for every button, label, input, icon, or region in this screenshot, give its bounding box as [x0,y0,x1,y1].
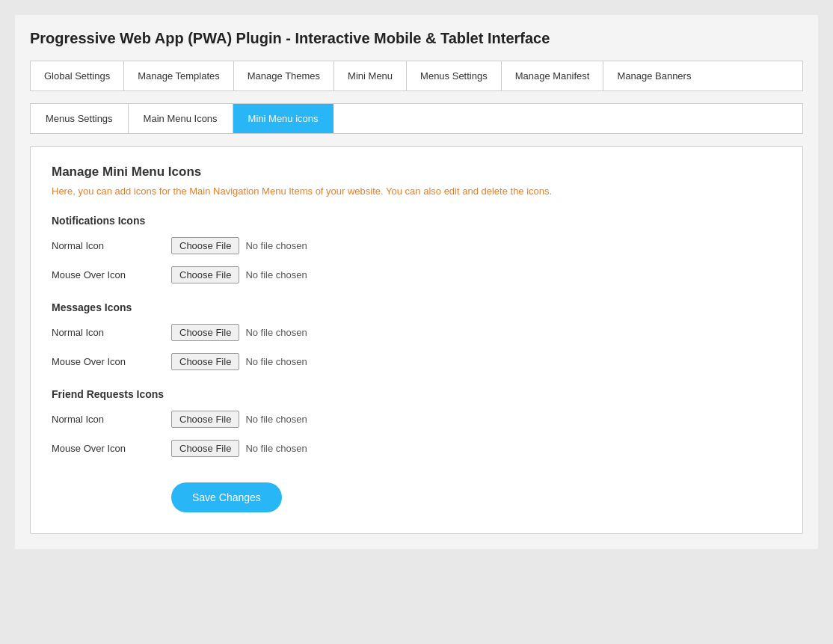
tab-global-settings[interactable]: Global Settings [31,61,124,91]
friend-mouseover-file: Choose File No file chosen [171,440,307,457]
notifications-normal-label: Normal Icon [52,240,171,251]
save-button-area: Save Changes [52,475,781,512]
notifications-mouseover-file: Choose File No file chosen [171,266,307,283]
messages-normal-choose-btn[interactable]: Choose File [171,324,239,341]
tab-mini-menu[interactable]: Mini Menu [334,61,407,91]
section-title: Manage Mini Menu Icons [52,165,781,180]
tab-manage-banners[interactable]: Manage Banners [603,61,704,91]
tab-manage-manifest[interactable]: Manage Manifest [502,61,604,91]
messages-mouseover-row: Mouse Over Icon Choose File No file chos… [52,353,781,370]
content-box: Manage Mini Menu Icons Here, you can add… [30,146,803,534]
notifications-mouseover-row: Mouse Over Icon Choose File No file chos… [52,266,781,283]
messages-mouseover-choose-btn[interactable]: Choose File [171,353,239,370]
friend-mouseover-label: Mouse Over Icon [52,443,171,454]
notifications-mouseover-file-status: No file chosen [245,269,307,280]
messages-icons-group: Messages Icons Normal Icon Choose File N… [52,301,781,370]
friend-normal-label: Normal Icon [52,414,171,425]
notifications-mouseover-choose-btn[interactable]: Choose File [171,266,239,283]
tab-menus-settings[interactable]: Menus Settings [407,61,502,91]
friend-mouseover-choose-btn[interactable]: Choose File [171,440,239,457]
page-title: Progressive Web App (PWA) Plugin - Inter… [30,30,803,47]
friend-normal-file: Choose File No file chosen [171,411,307,428]
friend-mouseover-file-status: No file chosen [245,443,307,454]
tab-manage-templates[interactable]: Manage Templates [124,61,234,91]
subtab-mini-menu-icons[interactable]: Mini Menu icons [233,104,333,133]
messages-mouseover-file: Choose File No file chosen [171,353,307,370]
friend-normal-row: Normal Icon Choose File No file chosen [52,411,781,428]
sub-tabs-nav: Menus Settings Main Menu Icons Mini Menu… [30,103,803,134]
messages-normal-label: Normal Icon [52,327,171,338]
tab-manage-themes[interactable]: Manage Themes [234,61,334,91]
notifications-normal-row: Normal Icon Choose File No file chosen [52,237,781,254]
page-wrapper: Progressive Web App (PWA) Plugin - Inter… [15,15,818,549]
notifications-icons-group: Notifications Icons Normal Icon Choose F… [52,215,781,283]
friend-requests-icons-group: Friend Requests Icons Normal Icon Choose… [52,388,781,457]
friend-normal-choose-btn[interactable]: Choose File [171,411,239,428]
messages-icons-title: Messages Icons [52,301,781,313]
messages-mouseover-file-status: No file chosen [245,356,307,367]
friend-mouseover-row: Mouse Over Icon Choose File No file chos… [52,440,781,457]
subtab-main-menu-icons[interactable]: Main Menu Icons [129,104,233,133]
friend-normal-file-status: No file chosen [245,414,307,425]
notifications-normal-choose-btn[interactable]: Choose File [171,237,239,254]
top-tabs-nav: Global Settings Manage Templates Manage … [30,61,803,91]
notifications-normal-file: Choose File No file chosen [171,237,307,254]
notifications-icons-title: Notifications Icons [52,215,781,227]
notifications-mouseover-label: Mouse Over Icon [52,269,171,280]
messages-normal-row: Normal Icon Choose File No file chosen [52,324,781,341]
friend-requests-icons-title: Friend Requests Icons [52,388,781,400]
messages-normal-file: Choose File No file chosen [171,324,307,341]
messages-normal-file-status: No file chosen [245,327,307,338]
save-changes-button[interactable]: Save Changes [171,482,282,512]
subtab-menus-settings[interactable]: Menus Settings [31,104,129,133]
notifications-normal-file-status: No file chosen [245,240,307,251]
section-description: Here, you can add icons for the Main Nav… [52,185,781,197]
messages-mouseover-label: Mouse Over Icon [52,356,171,367]
